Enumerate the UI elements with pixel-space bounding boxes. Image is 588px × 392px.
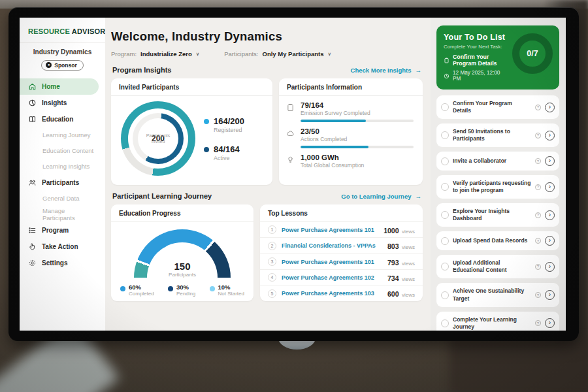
sidebar-item-label: Home: [42, 83, 60, 90]
sponsor-badge[interactable]: ● Sponsor: [41, 60, 83, 71]
info-icon[interactable]: ?: [535, 292, 541, 298]
lesson-title-link[interactable]: Power Purchase Agreements 101: [282, 227, 378, 233]
checkbox-circle[interactable]: [441, 291, 449, 299]
lesson-row[interactable]: 4 Power Purchase Agreements 102 734 view…: [260, 270, 423, 286]
sidebar-item-general-data[interactable]: General Data: [20, 191, 99, 206]
info-icon[interactable]: ?: [535, 158, 541, 164]
chevron-right-button[interactable]: ›: [545, 210, 555, 220]
sidebar-item-learning-journey[interactable]: Learning Journey: [20, 127, 99, 143]
checkbox-circle[interactable]: [441, 131, 449, 139]
chevron-right-button[interactable]: ›: [545, 182, 555, 192]
todo-task-row[interactable]: Send 50 Invitations to Participants ? ›: [436, 123, 559, 147]
info-icon[interactable]: ?: [535, 320, 541, 326]
hand-action-icon: [28, 242, 37, 251]
sidebar-item-participants[interactable]: Participants: [20, 174, 99, 191]
lesson-row[interactable]: 2 Financial Considerations - VPPAs 803 v…: [260, 238, 423, 253]
lesson-title-link[interactable]: Financial Considerations - VPPAs: [282, 242, 382, 249]
lesson-rank-badge: 1: [268, 225, 276, 234]
lesson-title-link[interactable]: Power Purchase Agreements 101: [282, 259, 382, 265]
sidebar-nav: Home Insights Education Learning Journey: [20, 78, 105, 271]
lesson-views: 1000 views: [384, 224, 415, 236]
sidebar-item-manage-participants[interactable]: Manage Participants: [20, 206, 99, 222]
photo-background: RESOURCE ADVISOR+ Industry Dynamics ● Sp…: [0, 0, 588, 392]
sidebar-item-home[interactable]: Home: [20, 78, 99, 95]
chevron-right-button[interactable]: ›: [545, 290, 555, 300]
todo-task-row[interactable]: Complete Your Learning Journey ? ›: [436, 312, 559, 331]
gauge-center-value: 150: [134, 261, 231, 272]
sidebar-item-label: Education: [42, 116, 73, 123]
checkbox-circle[interactable]: [441, 103, 449, 111]
todo-task-row[interactable]: Explore Your Insights Dashboard ? ›: [436, 203, 559, 227]
sidebar-item-program[interactable]: Program: [20, 222, 99, 238]
checkbox-circle[interactable]: [441, 183, 449, 191]
stat-value: 79/164: [301, 101, 414, 109]
program-filter-dropdown[interactable]: Program: Industrialize Zero ∨: [111, 50, 199, 57]
todo-task-row[interactable]: Verify participants requesting to join t…: [436, 175, 559, 199]
participants-information-card: Participants Information 79/164 Emission…: [279, 78, 423, 185]
todo-task-row[interactable]: Upload Additional Educational Content ? …: [436, 255, 559, 278]
legend-value: 164/200: [214, 116, 244, 126]
checkbox-circle[interactable]: [441, 237, 449, 245]
stat-total-consumption: 1,000 GWh Total Global Consumption: [286, 154, 414, 172]
task-label: Upload Additional Educational Content: [453, 259, 531, 274]
todo-task-row[interactable]: Achieve One Sustainability Target ? ›: [436, 283, 559, 306]
sidebar-item-education[interactable]: Education: [20, 111, 99, 127]
info-icon[interactable]: ?: [535, 212, 541, 218]
chevron-right-button[interactable]: ›: [545, 156, 555, 166]
program-filter-label: Program:: [111, 50, 137, 57]
lesson-title-link[interactable]: Power Purchase Agreements 102: [282, 274, 382, 281]
donut-center-label: Participants Invited: [146, 133, 171, 144]
progress-track: [301, 146, 414, 148]
chevron-right-button[interactable]: ›: [545, 103, 555, 112]
sidebar-item-insights[interactable]: Insights: [20, 95, 99, 111]
todo-task-row[interactable]: Confirm Your Program Details ? ›: [436, 95, 559, 119]
chevron-right-button[interactable]: ›: [545, 262, 555, 272]
todo-task-row[interactable]: Upload Spend Data Records ? ›: [436, 231, 559, 250]
sponsor-badge-label: Sponsor: [54, 62, 76, 69]
chevron-right-button[interactable]: ›: [545, 318, 555, 328]
legend-item-pending: 30% Pending: [168, 284, 195, 297]
chevron-right-button[interactable]: ›: [545, 236, 555, 246]
checkbox-circle[interactable]: [441, 319, 449, 327]
dashboard-screen: RESOURCE ADVISOR+ Industry Dynamics ● Sp…: [20, 18, 566, 331]
checkbox-circle[interactable]: [441, 263, 449, 270]
lesson-title-link[interactable]: Power Purchase Agreements 103: [282, 290, 382, 297]
sidebar-item-settings[interactable]: Settings: [20, 255, 99, 271]
list-icon: [28, 226, 37, 235]
lesson-row[interactable]: 3 Power Purchase Agreements 101 793 view…: [260, 254, 423, 270]
sidebar-item-take-action[interactable]: Take Action: [20, 238, 99, 255]
task-label: Invite a Collaborator: [453, 157, 531, 165]
lesson-views-suffix: views: [402, 244, 415, 250]
background-shadow: [449, 338, 588, 392]
sidebar-item-learning-insights[interactable]: Learning Insights: [20, 159, 99, 174]
checkbox-circle[interactable]: [441, 157, 449, 165]
lesson-row[interactable]: 5 Power Purchase Agreements 103 600 view…: [260, 286, 423, 301]
check-more-insights-link[interactable]: Check More Insights →: [351, 67, 421, 74]
gear-icon: [28, 259, 37, 267]
link-label: Check More Insights: [351, 67, 412, 74]
sidebar-item-label: Learning Insights: [42, 163, 90, 170]
lesson-views-suffix: views: [402, 276, 415, 282]
sidebar-item-education-content[interactable]: Education Content: [20, 143, 99, 159]
participants-filter-dropdown[interactable]: Participants: Only My Participants ∨: [224, 50, 331, 57]
donut-center-label-line2: Invited: [152, 139, 165, 144]
todo-task-list: Confirm Your Program Details ? › Send 50…: [436, 95, 559, 331]
info-icon[interactable]: ?: [535, 105, 541, 110]
chevron-right-button[interactable]: ›: [545, 131, 555, 140]
info-icon[interactable]: ?: [535, 264, 541, 270]
program-insights-header: Program Insights Check More Insights →: [112, 66, 421, 74]
info-icon[interactable]: ?: [535, 133, 541, 139]
stat-value: 23/50: [301, 127, 414, 135]
go-to-learning-journey-link[interactable]: Go to Learning Journey →: [341, 193, 421, 200]
sidebar-item-label: Participants: [42, 179, 79, 186]
sidebar-item-label: Learning Journey: [42, 131, 90, 139]
gauge-center-label: Participants: [134, 272, 231, 278]
info-icon[interactable]: ?: [535, 184, 541, 190]
lesson-row[interactable]: 1 Power Purchase Agreements 101 1000 vie…: [260, 222, 423, 238]
main-content: Welcome, Industry Dynamics Program: Indu…: [105, 18, 431, 331]
todo-task-row[interactable]: Invite a Collaborator ? ›: [436, 152, 559, 171]
info-icon[interactable]: ?: [535, 238, 541, 244]
app-logo[interactable]: RESOURCE ADVISOR+: [20, 18, 105, 41]
checkbox-circle[interactable]: [441, 211, 449, 219]
lesson-views: 600 views: [387, 287, 415, 299]
